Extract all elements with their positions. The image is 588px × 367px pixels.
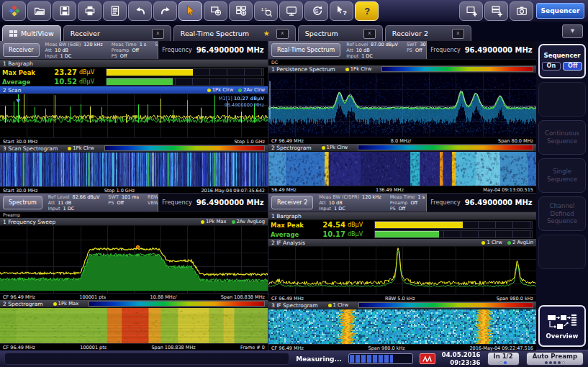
channel-panel-receiver2[interactable]: Receiver 2 Meas BW (CISPR)120 kHzAtt10 d… [268,194,536,350]
trace-legend: 1Pk Max2Av AvgLog [201,219,265,225]
input-1-2-button[interactable]: In 1/2 [487,352,520,366]
trace-legend-item: 2Av AvgLog [232,219,266,225]
window-title-text: 2 Scan [3,87,21,94]
rs-logo-icon[interactable] [2,1,26,21]
setting-row: Att10 dB [319,200,381,206]
spectrum-channel-button[interactable]: Spectrum [3,196,42,209]
realtime-header: Real-Time Spectrum Ref Level87.00 dBμVAt… [268,41,536,60]
average-bar-row: Average 10.17 dBμV [268,230,536,239]
sequencer-off-button[interactable]: Off [563,62,582,71]
tab-label: MultiView [21,30,54,37]
realtime-frequency-readout[interactable]: Frequency 96.4900000 MHz [426,41,536,59]
scan-spectrogram-axis: Start 30.0 MHzStop 1.0 GHz2016-May-04 09… [0,186,268,193]
receiver2-frequency-readout[interactable]: Frequency 96.4900000 MHz [426,194,536,212]
if-analysis-window-title[interactable]: 2 IF Analysis 1 Clrw2 AvgLin [268,239,536,247]
softkey-continuous-sequence[interactable]: Continuous Sequence [538,120,586,155]
zoom-multi-icon[interactable] [229,1,253,21]
frequency-label: Frequency [162,47,191,53]
setting-row: Att10 dB [45,47,103,53]
frequency-value: 96.4900000 MHz [196,199,264,207]
channel-panel-spectrum[interactable]: Spectrum Ref Level82.66 dBμVAtt11 dBInpu… [0,194,268,350]
scan-window-title[interactable]: 2 Scan 1Pk Clrw2Av Clrw [0,86,268,94]
tab-close-icon[interactable]: x [363,29,376,39]
tab-close-icon[interactable]: x [452,29,464,39]
scan-spectrogram-title[interactable]: 3 Scan Spectrogram 1Pk Clrw [0,145,268,153]
channel-tabs: MultiViewReceiverxReal-Time Spectrum★xSp… [2,25,474,41]
undo-icon[interactable] [128,1,152,21]
display-icon[interactable] [279,1,303,21]
zoom-display-icon[interactable] [204,1,227,21]
tab-multiview[interactable]: MultiView [2,25,61,41]
settings-column: SWT101 msPSOff [108,194,139,211]
sweep-window-title[interactable]: 1 Frequency Sweep 1Pk Max2Av AvgLog [0,218,268,226]
marker-readout: M1[1] 10.27 dBμV 96.4900000 MHz [219,96,264,109]
persistence-spectrum-display[interactable] [268,73,536,137]
spectrum-spectrogram-display[interactable] [0,308,268,343]
bargraph-window-title[interactable]: 1 Bargraph [268,212,536,220]
zoom-1to1-icon[interactable]: 1:1 [254,1,278,21]
softkey-label: Overview [546,332,579,340]
print-icon[interactable] [78,1,101,21]
scan-spectrogram-display[interactable] [0,153,268,186]
softkey-single-sequence[interactable]: Single Sequence [538,158,586,193]
if-analysis-display[interactable] [268,247,536,294]
color-scale-bar [89,301,265,307]
bar-value: 23.27 [38,68,77,76]
spectrum-spectrogram-title[interactable]: 2 Spectrogram 1Pk Max [0,300,268,308]
frequency-value: 96.4900000 MHz [465,199,533,207]
add-channel-icon[interactable] [484,1,508,21]
softkey-blank [538,235,586,269]
window-title-text: 1 Bargraph [271,213,302,219]
save-icon[interactable] [53,1,76,21]
tab-label: Real-Time Spectrum [181,30,249,37]
softkey-channel-defined-sequence[interactable]: Channel Defined Sequence [538,196,586,231]
window-title-text: 3 IF Spectrogram [271,302,318,309]
help-icon[interactable]: ? [355,1,379,21]
tab-spectrum[interactable]: Spectrumx [298,25,383,41]
help-pointer-icon[interactable]: ? [330,1,353,21]
receiver-frequency-readout[interactable]: Frequency 96.4900000 MHz [158,41,268,59]
realtime-spectrogram-title[interactable]: 2 Spectrogram 1Pk Clrw [268,144,536,152]
tab-receiver-2[interactable]: Receiver 2x [385,25,471,41]
scan-display[interactable]: M1[1] 10.27 dBμV 96.4900000 MHz [0,94,268,137]
add-window-icon[interactable] [459,1,483,21]
channel-panel-receiver[interactable]: Receiver Meas BW (6dB)120 kHzAtt10 dBInp… [0,41,268,193]
setting-row: Meas BW (CISPR)120 kHz [319,194,381,200]
softkey-sequencer[interactable]: SequencerOnOff [538,44,586,78]
tab-real-time-spectrum[interactable]: Real-Time Spectrum★x [173,25,296,41]
auto-preamp-button[interactable]: Auto Preamp [526,352,584,366]
sequencer-on-button[interactable]: On [542,62,561,71]
report-icon[interactable] [103,1,127,21]
softkey-overview[interactable]: Overview [538,305,586,347]
redo-icon[interactable] [153,1,177,21]
trace-color-dot [481,241,485,245]
bargraph-window-title[interactable]: 1 Bargraph [0,60,268,68]
realtime-channel-button[interactable]: Real-Time Spectrum [271,43,340,57]
screenshot-icon[interactable] [510,1,533,21]
tab-close-icon[interactable]: x [276,29,289,39]
window-title-text: 3 Scan Spectrogram [3,145,58,152]
bar-unit: dBμV [77,69,102,76]
tab-receiver[interactable]: Receiverx [63,25,171,41]
realtime-spectrogram-display[interactable] [268,152,536,186]
spectrum-frequency-readout[interactable]: Frequency 96.4900000 MHz [158,194,268,212]
trace-legend: 1Pk Max [53,301,79,307]
if-spectrogram-display[interactable] [268,309,536,344]
sequencer-tool-icon[interactable]: S [304,1,328,21]
multiview-grid: Receiver Meas BW (6dB)120 kHzAtt10 dBInp… [0,41,536,350]
tab-close-icon[interactable]: x [152,29,164,39]
realtime-settings-readout: Ref Level87.00 dBμVAtt10 dBInput1 DCSWT3… [343,41,426,59]
receiver-channel-button[interactable]: Receiver [3,43,40,57]
channel-panel-realtime[interactable]: Real-Time Spectrum Ref Level87.00 dBμVAt… [268,41,536,193]
frequency-sweep-display[interactable] [0,226,268,293]
persistence-window-title[interactable]: 1 Persistence Spectrum 1Pk Clrw [268,65,536,73]
setting-row: Meas Time1 s [112,42,147,47]
receiver2-channel-button[interactable]: Receiver 2 [271,196,313,209]
max-peak-bar-row: Max Peak 23.27 dBμV [0,68,268,77]
select-pointer-icon[interactable] [178,1,202,21]
trace-legend-item: 1 Clrw [481,240,502,245]
settings-column: SWT30 msPSOff [407,42,426,58]
open-icon[interactable] [27,1,51,21]
if-spectrogram-title[interactable]: 3 IF Spectrogram 1 Clrw [268,302,536,309]
tab-overflow-button[interactable]: ▼ [562,24,583,38]
